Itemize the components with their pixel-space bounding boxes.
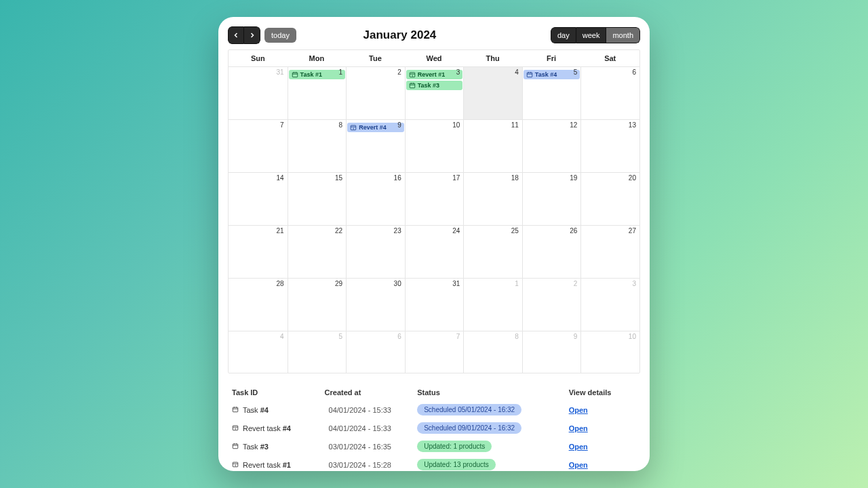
open-link[interactable]: Open bbox=[569, 406, 588, 414]
created-at-cell: 03/01/2024 - 16:35 bbox=[325, 443, 418, 451]
calendar-event[interactable]: Revert #4 bbox=[347, 123, 404, 132]
status-badge: Updated: 13 products bbox=[417, 459, 496, 470]
created-at-cell: 04/01/2024 - 15:33 bbox=[325, 406, 418, 414]
day-number: 1 bbox=[515, 280, 519, 287]
open-link[interactable]: Open bbox=[569, 461, 588, 469]
calendar-cell[interactable]: 11 bbox=[463, 119, 522, 172]
calendar-cell[interactable]: 31 bbox=[229, 66, 288, 119]
task-name: Revert task #4 bbox=[243, 424, 291, 432]
task-id-cell: Task #3 bbox=[232, 443, 325, 451]
calendar-icon bbox=[232, 406, 239, 414]
table-row: Revert task #4 04/01/2024 - 15:33 Schedu… bbox=[232, 419, 636, 437]
day-number: 9 bbox=[397, 121, 401, 129]
day-header: Sun bbox=[229, 50, 288, 66]
app-card: today January 2024 day week month SunMon… bbox=[218, 17, 650, 471]
calendar-cell[interactable]: 5 bbox=[288, 331, 347, 373]
revert-icon bbox=[232, 424, 239, 432]
calendar-cell[interactable]: 26 bbox=[522, 225, 581, 278]
calendar-week: 14151617181920 bbox=[229, 172, 639, 225]
calendar-cell[interactable]: 10 bbox=[580, 331, 639, 373]
calendar-week: 45678910 bbox=[229, 331, 639, 373]
view-month[interactable]: month bbox=[606, 27, 640, 43]
open-link[interactable]: Open bbox=[569, 443, 588, 451]
calendar-cell[interactable]: 6 bbox=[346, 331, 405, 373]
view-cell: Open bbox=[569, 461, 636, 469]
day-number: 12 bbox=[570, 121, 577, 129]
day-number: 15 bbox=[335, 174, 342, 182]
view-cell: Open bbox=[569, 424, 636, 432]
calendar-cell[interactable]: 7 bbox=[229, 119, 288, 172]
calendar-cell[interactable]: 13 bbox=[580, 119, 639, 172]
calendar-cell[interactable]: 14 bbox=[229, 172, 288, 225]
calendar-cell[interactable]: 31 bbox=[405, 278, 464, 331]
calendar-cell[interactable]: 23 bbox=[346, 225, 405, 278]
calendar-icon bbox=[232, 443, 239, 451]
status-badge: Updated: 1 products bbox=[417, 441, 492, 452]
calendar-cell[interactable]: 3 bbox=[580, 278, 639, 331]
day-number: 20 bbox=[629, 174, 636, 182]
view-switch: day week month bbox=[551, 27, 640, 43]
calendar-cell[interactable]: 1 bbox=[463, 278, 522, 331]
calendar-cell[interactable]: 16 bbox=[346, 172, 405, 225]
open-link[interactable]: Open bbox=[569, 424, 588, 432]
day-number: 11 bbox=[511, 121, 519, 129]
calendar-cell[interactable]: 28 bbox=[229, 278, 288, 331]
day-number: 19 bbox=[570, 174, 577, 182]
calendar-cell[interactable]: 24 bbox=[405, 225, 464, 278]
day-header: Tue bbox=[346, 50, 405, 66]
day-number: 7 bbox=[280, 121, 284, 129]
calendar-cell[interactable]: 2 bbox=[522, 278, 581, 331]
svg-rect-0 bbox=[292, 73, 298, 77]
prev-button[interactable] bbox=[228, 26, 244, 44]
view-cell: Open bbox=[569, 443, 636, 451]
calendar-cell[interactable]: 29 bbox=[288, 278, 347, 331]
table-row: Revert task #1 03/01/2024 - 15:28 Update… bbox=[232, 455, 636, 471]
calendar-week: 28293031123 bbox=[229, 278, 639, 331]
calendar-event[interactable]: Task #1 bbox=[289, 70, 346, 79]
calendar-cell[interactable]: 9 bbox=[522, 331, 581, 373]
svg-rect-22 bbox=[233, 444, 238, 449]
calendar-grid: 311Task #123Revert #1Task #345Task #4678… bbox=[229, 66, 639, 373]
calendar-cell[interactable]: 8 bbox=[463, 331, 522, 373]
view-day[interactable]: day bbox=[551, 27, 576, 43]
svg-rect-20 bbox=[233, 426, 238, 430]
task-name: Task #3 bbox=[243, 443, 269, 451]
calendar-cell[interactable]: 12 bbox=[522, 119, 581, 172]
calendar-cell[interactable]: 9Revert #4 bbox=[346, 119, 405, 172]
calendar-event[interactable]: Task #4 bbox=[524, 70, 580, 79]
calendar-cell[interactable]: 21 bbox=[229, 225, 288, 278]
day-header: Mon bbox=[288, 50, 347, 66]
calendar-cell[interactable]: 1Task #1 bbox=[288, 66, 347, 119]
calendar-event[interactable]: Task #3 bbox=[406, 81, 463, 90]
calendar-cell[interactable]: 15 bbox=[288, 172, 347, 225]
calendar-cell[interactable]: 6 bbox=[580, 66, 639, 119]
calendar-cell[interactable]: 5Task #4 bbox=[522, 66, 581, 119]
day-number: 16 bbox=[394, 174, 401, 182]
calendar-cell[interactable]: 10 bbox=[405, 119, 464, 172]
calendar-cell[interactable]: 7 bbox=[405, 331, 464, 373]
calendar-cell[interactable]: 18 bbox=[463, 172, 522, 225]
day-number: 22 bbox=[335, 227, 342, 235]
view-week[interactable]: week bbox=[576, 27, 607, 43]
calendar-cell[interactable]: 25 bbox=[463, 225, 522, 278]
calendar-cell[interactable]: 30 bbox=[346, 278, 405, 331]
calendar-cell[interactable]: 19 bbox=[522, 172, 581, 225]
calendar-cell[interactable]: 8 bbox=[288, 119, 347, 172]
calendar-event[interactable]: Revert #1 bbox=[406, 70, 463, 79]
calendar-cell[interactable]: 2 bbox=[346, 66, 405, 119]
table-header: Task ID Created at Status View details bbox=[232, 384, 636, 401]
calendar-cell[interactable]: 27 bbox=[580, 225, 639, 278]
calendar-week: 789Revert #410111213 bbox=[229, 119, 639, 172]
status-badge: Scheduled 05/01/2024 - 16:32 bbox=[417, 404, 521, 415]
calendar-cell[interactable]: 22 bbox=[288, 225, 347, 278]
calendar-cell[interactable]: 4 bbox=[463, 66, 522, 119]
calendar-cell[interactable]: 4 bbox=[229, 331, 288, 373]
day-number: 5 bbox=[574, 68, 578, 76]
revert-icon bbox=[232, 461, 239, 469]
th-created: Created at bbox=[325, 384, 418, 401]
calendar-cell[interactable]: 20 bbox=[580, 172, 639, 225]
day-number: 4 bbox=[515, 68, 519, 76]
calendar-cell[interactable]: 17 bbox=[405, 172, 464, 225]
status-cell: Scheduled 05/01/2024 - 16:32 bbox=[417, 404, 569, 415]
calendar-cell[interactable]: 3Revert #1Task #3 bbox=[405, 66, 464, 119]
